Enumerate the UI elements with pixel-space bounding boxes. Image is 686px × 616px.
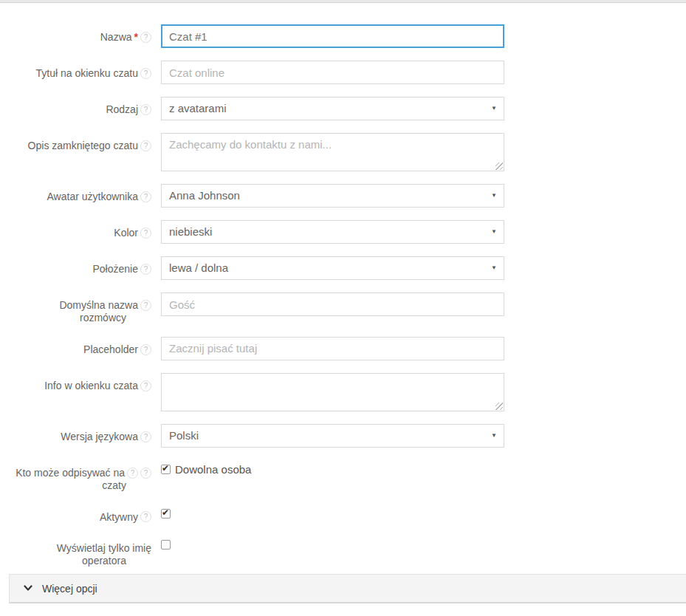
polozenie-select[interactable]: lewa / dolna ▼ (161, 256, 504, 280)
kolor-label: Kolor? (0, 220, 153, 239)
rodzaj-select[interactable]: z avatarami ▼ (161, 97, 504, 120)
chevron-down-icon: ▼ (491, 185, 497, 207)
chevron-down-icon: ▼ (491, 425, 497, 447)
help-icon[interactable]: ? (140, 511, 151, 522)
domyslna-nazwa-label: Domyślna nazwa? rozmówcy (0, 292, 153, 324)
form-row-wersja: Wersja językowa? Polski ▼ (0, 424, 504, 448)
required-asterisk: * (134, 31, 138, 43)
wyswietlaj-checkbox[interactable] (161, 540, 171, 550)
help-icon[interactable]: ? (140, 264, 151, 275)
kto-moze-label: Kto może odpisywać na?? czaty (0, 460, 153, 492)
opis-label: Opis zamkniętego czatu? (0, 133, 153, 152)
info-label: Info w okienku czata? (0, 373, 153, 392)
dowolna-osoba-checkbox[interactable] (161, 465, 171, 474)
form-row-rodzaj: Rodzaj? z avatarami ▼ (0, 97, 504, 120)
rodzaj-label: Rodzaj? (0, 97, 153, 116)
aktywny-checkbox[interactable] (161, 509, 171, 519)
more-options-label: Więcej opcji (42, 583, 97, 595)
help-icon[interactable]: ? (140, 32, 151, 43)
top-divider-strip (0, 0, 686, 3)
form-row-info: Info w okienku czata? (0, 373, 504, 411)
polozenie-label: Położenie? (0, 256, 153, 276)
form-row-kolor: Kolor? niebieski ▼ (0, 220, 504, 244)
kolor-select[interactable]: niebieski ▼ (161, 220, 504, 244)
help-icon[interactable]: ? (140, 104, 151, 115)
awatar-select[interactable]: Anna Johnson ▼ (161, 184, 504, 208)
form-row-polozenie: Położenie? lewa / dolna ▼ (0, 256, 504, 280)
nazwa-input[interactable] (161, 24, 504, 48)
form-row-kto-moze: Kto może odpisywać na?? czaty Dowolna os… (0, 460, 504, 492)
help-icon[interactable]: ? (140, 140, 151, 151)
info-textarea[interactable] (161, 373, 504, 411)
help-icon[interactable]: ? (140, 344, 151, 355)
chevron-down-icon (24, 585, 32, 592)
help-icon[interactable]: ? (140, 431, 151, 442)
chevron-down-icon: ▼ (491, 221, 497, 243)
form-row-opis: Opis zamkniętego czatu? (0, 133, 504, 171)
help-icon[interactable]: ? (140, 68, 151, 79)
chevron-down-icon: ▼ (491, 257, 497, 279)
placeholder-label: Placeholder? (0, 337, 153, 356)
form-row-placeholder: Placeholder? (0, 337, 504, 360)
form-row-domyslna-nazwa: Domyślna nazwa? rozmówcy (0, 292, 504, 324)
help-icon[interactable]: ? (140, 227, 151, 239)
opis-textarea[interactable] (161, 133, 504, 171)
help-icon[interactable]: ? (127, 468, 138, 479)
tytul-input[interactable] (161, 61, 504, 84)
wersja-label: Wersja językowa? (0, 424, 153, 443)
help-icon[interactable]: ? (140, 300, 151, 311)
wersja-select[interactable]: Polski ▼ (161, 424, 504, 448)
tytul-label: Tytuł na okienku czatu? (0, 61, 153, 80)
more-options-bar[interactable]: Więcej opcji (9, 574, 686, 603)
form-row-tytul: Tytuł na okienku czatu? (0, 61, 504, 84)
awatar-label: Awatar użytkownika? (0, 184, 153, 203)
help-icon[interactable]: ? (140, 191, 151, 202)
help-icon[interactable]: ? (140, 468, 151, 479)
form-row-nazwa: Nazwa*? (0, 24, 504, 48)
form-row-awatar: Awatar użytkownika? Anna Johnson ▼ (0, 184, 504, 208)
chevron-down-icon: ▼ (491, 97, 497, 120)
nazwa-label: Nazwa*? (0, 24, 153, 44)
aktywny-label: Aktywny? (0, 504, 153, 524)
chat-settings-form: Nazwa*? Tytuł na okienku czatu? Rodzaj? … (0, 24, 504, 580)
form-row-wyswietlaj: Wyświetlaj tylko imię operatora (0, 535, 504, 567)
dowolna-osoba-checkbox-label: Dowolna osoba (175, 463, 251, 476)
placeholder-input[interactable] (161, 337, 504, 360)
domyslna-nazwa-input[interactable] (161, 292, 504, 316)
wyswietlaj-label: Wyświetlaj tylko imię operatora (0, 535, 153, 567)
form-row-aktywny: Aktywny? (0, 504, 504, 524)
help-icon[interactable]: ? (140, 380, 151, 391)
